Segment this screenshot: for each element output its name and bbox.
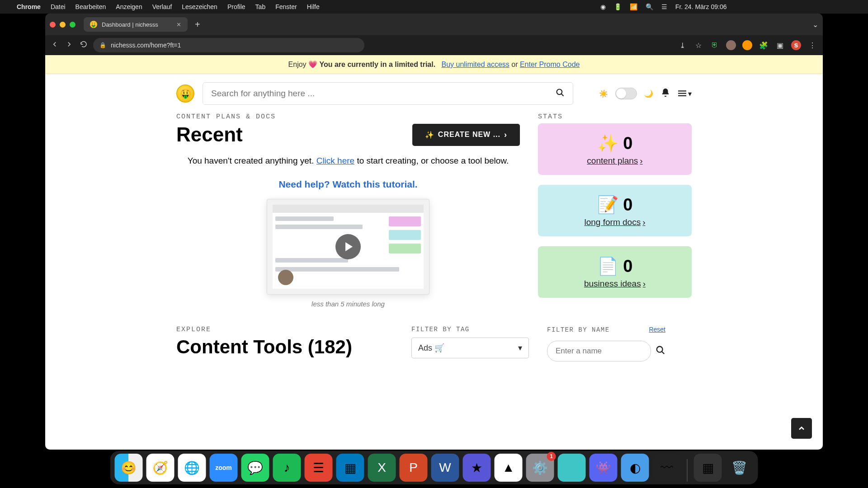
stats-card-business-ideas[interactable]: 📄 0 business ideas ›	[538, 246, 692, 298]
tutorial-link[interactable]: Need help? Watch this tutorial.	[176, 179, 520, 190]
extension-icon[interactable]	[726, 40, 736, 50]
stats-card-long-form-docs[interactable]: 📝 0 long form docs ›	[538, 185, 692, 236]
dock-app[interactable]	[558, 454, 586, 482]
dock-app[interactable]: ◐	[621, 454, 649, 482]
menu-item[interactable]: Fenster	[275, 3, 297, 10]
dock-safari[interactable]: 🧭	[146, 454, 175, 482]
bookmark-icon[interactable]: ☆	[693, 40, 703, 50]
dock-chrome[interactable]: 🌐	[178, 454, 206, 482]
banner-or: or	[509, 61, 520, 68]
chevron-right-icon: ›	[643, 279, 646, 289]
window-fullscreen-button[interactable]	[70, 22, 75, 28]
menu-item[interactable]: Datei	[51, 3, 66, 10]
notifications-icon[interactable]	[660, 88, 670, 99]
tab-list-button[interactable]: ⌄	[812, 20, 818, 29]
menu-item[interactable]: Hilfe	[307, 3, 320, 10]
profile-avatar[interactable]: s	[791, 40, 801, 50]
control-center-icon[interactable]: ☰	[661, 3, 667, 10]
lock-icon: 🔒	[99, 42, 106, 48]
dock-whatsapp[interactable]: 💬	[241, 454, 269, 482]
extensions-menu-icon[interactable]: 🧩	[759, 40, 769, 50]
explore-eyebrow: EXPLORE	[176, 326, 393, 333]
dock-trash[interactable]: 🗑️	[726, 454, 754, 482]
new-tab-button[interactable]: +	[191, 19, 204, 30]
window-close-button[interactable]	[50, 22, 56, 28]
search-input[interactable]	[211, 89, 556, 99]
search-icon[interactable]	[656, 345, 665, 357]
dock-drive[interactable]: ▲	[495, 454, 523, 482]
window-minimize-button[interactable]	[60, 22, 66, 28]
sidepanel-icon[interactable]: ▣	[775, 40, 785, 50]
dock-discord[interactable]: 👾	[590, 454, 618, 482]
app-logo[interactable]: 🤑	[176, 84, 194, 103]
dock-app[interactable]: 〰	[653, 454, 681, 482]
install-icon[interactable]: ⤓	[677, 40, 687, 50]
clock[interactable]: Fr. 24. März 09:06	[675, 3, 727, 10]
spotlight-icon[interactable]: 🔍	[646, 3, 653, 10]
dock-powerpoint[interactable]: P	[400, 454, 428, 482]
buy-access-link[interactable]: Buy unlimited access	[442, 61, 509, 68]
menu-item[interactable]: Tab	[255, 3, 266, 10]
theme-toggle[interactable]	[615, 88, 637, 99]
tab-title: Dashboard | nichesss	[102, 21, 158, 28]
dock-settings[interactable]: ⚙️1	[526, 454, 554, 482]
menu-item[interactable]: Bearbeiten	[75, 3, 106, 10]
promo-code-link[interactable]: Enter Promo Code	[520, 61, 580, 68]
empty-prefix: You haven't created anything yet.	[188, 156, 316, 165]
click-here-link[interactable]: Click here	[316, 156, 354, 165]
dock-imovie[interactable]: ★	[463, 454, 491, 482]
create-new-button[interactable]: ✨ CREATE NEW ... ›	[412, 124, 520, 146]
dropdown-value: Ads 🛒	[418, 343, 444, 353]
dock-excel[interactable]: X	[368, 454, 396, 482]
sun-icon: ☀️	[599, 89, 608, 98]
dock-zoom[interactable]: zoom	[210, 454, 238, 482]
extension-icon[interactable]: ⛨	[710, 40, 720, 50]
back-button[interactable]	[51, 40, 59, 50]
svg-rect-2	[678, 93, 686, 94]
hamburger-menu[interactable]: ▾	[678, 89, 692, 98]
forward-button[interactable]	[65, 40, 73, 50]
favicon-icon: 🤑	[90, 21, 97, 28]
chevron-right-icon: ›	[642, 217, 645, 227]
battery-icon[interactable]: 🔋	[614, 3, 622, 10]
dock-spotify[interactable]: ♪	[273, 454, 301, 482]
search-bar[interactable]	[203, 82, 573, 105]
url-text: nichesss.com/home?ft=1	[111, 42, 181, 49]
empty-state-text: You haven't created anything yet. Click …	[176, 154, 520, 167]
stats-card-content-plans[interactable]: ✨ 0 content plans ›	[538, 123, 692, 175]
svg-point-0	[557, 89, 562, 95]
stats-emoji: ✨	[597, 134, 618, 153]
dock-finder[interactable]: 😊	[115, 454, 143, 482]
search-icon[interactable]	[556, 88, 565, 99]
menubar-app-name[interactable]: Chrome	[17, 3, 41, 10]
reset-link[interactable]: Reset	[649, 326, 665, 333]
menu-item[interactable]: Lesezeichen	[182, 3, 217, 10]
browser-tab[interactable]: 🤑 Dashboard | nichesss ✕	[84, 17, 188, 32]
filter-name-input[interactable]	[547, 341, 651, 361]
url-input[interactable]: 🔒 nichesss.com/home?ft=1	[93, 38, 364, 52]
dock-word[interactable]: W	[431, 454, 459, 482]
extension-icon[interactable]	[742, 40, 752, 50]
dock-app[interactable]: ▦	[694, 454, 722, 482]
menu-item[interactable]: Profile	[227, 3, 245, 10]
page-viewport: Enjoy 💗 You are currently in a limited t…	[45, 55, 823, 450]
menu-item[interactable]: Anzeigen	[116, 3, 142, 10]
record-icon[interactable]: ◉	[600, 3, 606, 10]
moon-icon: 🌙	[644, 89, 653, 98]
scroll-to-top-button[interactable]	[791, 418, 812, 439]
filter-name-label: FILTER BY NAME	[547, 326, 610, 333]
page-title: Recent	[176, 123, 243, 146]
tutorial-video-thumbnail[interactable]	[267, 199, 429, 295]
reload-button[interactable]	[80, 40, 88, 50]
chevron-right-icon: ›	[504, 130, 507, 140]
mac-menubar: Chrome Datei Bearbeiten Anzeigen Verlauf…	[0, 0, 868, 14]
dock-trello[interactable]: ▦	[336, 454, 364, 482]
stats-emoji: 📝	[597, 195, 618, 214]
tab-close-icon[interactable]: ✕	[176, 21, 181, 28]
wifi-icon[interactable]: 📶	[630, 3, 637, 10]
kebab-menu-icon[interactable]: ⋮	[807, 40, 817, 50]
filter-tag-dropdown[interactable]: Ads 🛒 ▾	[411, 338, 529, 358]
stats-label: long form docs	[585, 217, 641, 227]
menu-item[interactable]: Verlauf	[152, 3, 172, 10]
dock-todoist[interactable]: ☰	[305, 454, 333, 482]
